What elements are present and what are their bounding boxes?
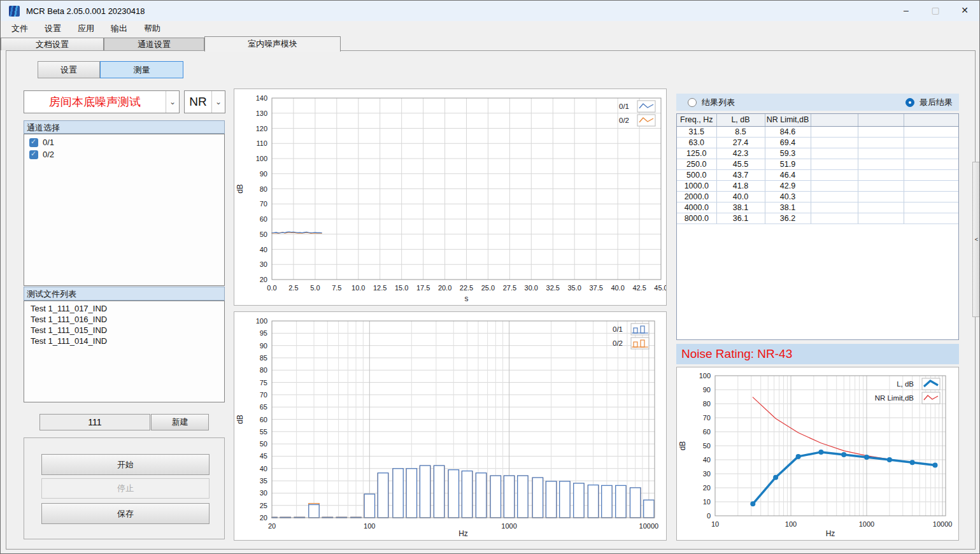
test-name-input[interactable] (39, 414, 150, 430)
stop-button[interactable]: 停止 (41, 478, 209, 499)
channel-label: 0/1 (43, 138, 54, 147)
results-col-header: L, dB (716, 114, 765, 126)
svg-text:10000: 10000 (933, 520, 953, 528)
table-row[interactable]: 1000.041.842.9 (677, 180, 959, 191)
file-item[interactable]: Test 1_111_017_IND (24, 303, 224, 314)
new-button[interactable]: 新建 (151, 414, 209, 430)
window-title: MCR Beta 2.05.0.001 20230418 (26, 6, 145, 16)
results-col-header (811, 114, 858, 126)
time-history-chart: 20304050607080901001101201301400.02.55.0… (234, 89, 666, 305)
menu-item-输出[interactable]: 输出 (103, 21, 136, 36)
last-result-radio[interactable]: 最后结果 (905, 97, 953, 108)
results-table-body: 31.58.584.663.027.469.4125.042.359.3250.… (677, 126, 959, 224)
svg-text:NR Limit,dB: NR Limit,dB (875, 394, 914, 402)
table-cell: 27.4 (716, 137, 765, 148)
noise-rating-bar: Noise Rating: NR-43 (676, 344, 959, 364)
table-row[interactable]: 63.027.469.4 (677, 137, 959, 148)
table-row[interactable]: 2000.040.040.3 (677, 191, 959, 202)
table-row[interactable]: 125.042.359.3 (677, 148, 959, 159)
channel-item-0/2[interactable]: 0/2 (24, 148, 224, 160)
minimize-icon[interactable]: – (891, 1, 921, 21)
table-cell (904, 202, 959, 213)
table-cell: 45.5 (716, 159, 765, 169)
table-cell (811, 148, 858, 159)
svg-text:45: 45 (260, 452, 267, 460)
rating-standard-value: NR (185, 95, 211, 109)
table-cell: 36.2 (765, 213, 811, 224)
svg-text:30: 30 (260, 260, 267, 268)
svg-text:100: 100 (699, 372, 711, 380)
file-item[interactable]: Test 1_111_014_IND (24, 336, 224, 346)
svg-text:45.0: 45.0 (654, 284, 666, 292)
subtab-settings[interactable]: 设置 (38, 61, 100, 78)
table-row[interactable]: 4000.038.138.1 (677, 202, 959, 213)
svg-text:70: 70 (260, 391, 267, 399)
radio-off-icon[interactable] (688, 98, 697, 107)
svg-text:25: 25 (260, 502, 267, 509)
svg-text:0/2: 0/2 (613, 339, 623, 347)
table-row[interactable]: 250.045.551.9 (677, 159, 959, 169)
file-item[interactable]: Test 1_111_016_IND (24, 314, 224, 325)
table-row[interactable]: 8000.036.136.2 (677, 213, 959, 224)
svg-text:0: 0 (707, 512, 711, 520)
result-list-radio[interactable]: 结果列表 (688, 97, 735, 108)
table-cell: 42.3 (716, 148, 765, 159)
maximize-icon[interactable]: ▢ (921, 1, 950, 21)
table-cell: 31.5 (677, 126, 716, 137)
svg-text:40: 40 (260, 246, 267, 253)
chevron-down-icon[interactable]: ⌄ (211, 91, 225, 113)
menu-item-文件[interactable]: 文件 (3, 21, 36, 36)
menu-item-应用[interactable]: 应用 (69, 21, 103, 36)
start-button[interactable]: 开始 (41, 454, 209, 475)
menu-item-帮助[interactable]: 帮助 (136, 21, 169, 36)
table-row[interactable]: 500.043.746.4 (677, 169, 959, 180)
results-col-header (904, 114, 959, 126)
close-icon[interactable]: ✕ (950, 1, 979, 21)
svg-text:dB: dB (678, 441, 687, 451)
file-list: Test 1_111_017_INDTest 1_111_016_INDTest… (24, 301, 225, 402)
window-controls: – ▢ ✕ (891, 1, 979, 21)
table-cell: 51.9 (765, 159, 811, 169)
table-cell: 40.3 (765, 191, 811, 202)
table-cell: 43.7 (716, 169, 765, 180)
collapse-panel-handle[interactable]: < (972, 162, 980, 317)
table-cell: 84.6 (765, 126, 811, 137)
svg-text:40: 40 (703, 456, 711, 464)
table-cell: 38.1 (716, 202, 765, 213)
table-row[interactable]: 31.58.584.6 (677, 126, 959, 137)
svg-text:90: 90 (703, 386, 711, 394)
chevron-down-icon[interactable]: ⌄ (166, 91, 179, 113)
tab-文档设置[interactable]: 文档设置 (1, 38, 104, 50)
svg-text:80: 80 (703, 400, 711, 408)
table-cell (858, 169, 904, 180)
svg-text:100: 100 (256, 155, 267, 162)
svg-text:80: 80 (260, 366, 267, 374)
table-cell: 46.4 (765, 169, 811, 180)
tab-通道设置[interactable]: 通道设置 (104, 38, 204, 50)
menu-item-设置[interactable]: 设置 (36, 21, 69, 36)
result-list-label: 结果列表 (702, 97, 735, 108)
svg-text:L, dB: L, dB (897, 380, 914, 388)
results-table-head-row: Freq., HzL, dBNR Limit,dB (677, 114, 959, 126)
table-cell (904, 137, 959, 148)
checkbox-icon[interactable] (29, 138, 38, 147)
radio-on-icon[interactable] (905, 98, 914, 107)
time-history-chart-panel: 20304050607080901001101201301400.02.55.0… (234, 89, 667, 306)
table-cell (811, 159, 858, 169)
result-mode-bar: 结果列表 最后结果 (676, 94, 959, 111)
svg-text:85: 85 (260, 354, 267, 362)
save-button[interactable]: 保存 (41, 503, 209, 524)
svg-text:10000: 10000 (639, 522, 659, 530)
svg-text:100: 100 (256, 317, 267, 325)
test-type-combo[interactable]: 房间本底噪声测试 ⌄ (24, 90, 180, 113)
checkbox-icon[interactable] (29, 150, 38, 159)
tab-室内噪声模块[interactable]: 室内噪声模块 (204, 36, 341, 52)
svg-text:5.0: 5.0 (310, 284, 320, 292)
subtab-measure[interactable]: 测量 (100, 61, 183, 78)
file-item[interactable]: Test 1_111_015_IND (24, 325, 224, 336)
svg-text:27.5: 27.5 (503, 284, 516, 292)
svg-text:110: 110 (256, 139, 267, 147)
table-cell (858, 159, 904, 169)
channel-item-0/1[interactable]: 0/1 (24, 136, 224, 148)
rating-standard-combo[interactable]: NR ⌄ (184, 90, 225, 113)
